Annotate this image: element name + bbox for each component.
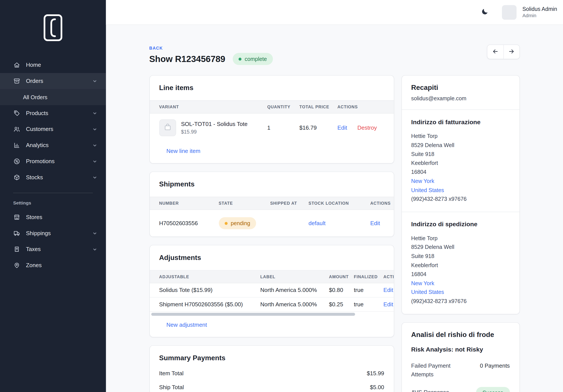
cube-icon — [13, 174, 20, 181]
sidebar-item-analytics[interactable]: Analytics — [0, 137, 106, 153]
line-items-title: Line items — [150, 75, 394, 100]
sidebar-item-zones[interactable]: Zones — [0, 257, 106, 273]
adjustment-row: Solidus Tote ($15.99) North America 5.00… — [150, 283, 394, 297]
adjustments-card: Adjustments ADJUSTABLE LABEL AMOUNT FINA… — [149, 245, 394, 337]
column-header: ACTIONS — [384, 270, 394, 283]
truck-icon — [13, 230, 20, 237]
shipment-number: H70502603556 — [159, 220, 219, 226]
column-header: TOTAL PRICE — [299, 101, 337, 113]
address-line: Hettie Torp — [411, 234, 510, 243]
status-dot — [238, 57, 241, 60]
amount-value: $0.25 — [329, 301, 354, 307]
users-icon — [13, 125, 20, 133]
sidebar-item-label: Stocks — [26, 174, 87, 181]
phone-number: (992)432-8273 x97676 — [411, 195, 510, 204]
avatar[interactable] — [502, 5, 516, 20]
state-dot — [224, 222, 227, 224]
receipt-icon — [13, 245, 20, 253]
sidebar-item-orders[interactable]: Orders — [0, 73, 106, 89]
sidebar-item-label: Shippings — [26, 230, 87, 236]
state-link[interactable]: New York — [411, 279, 510, 288]
sidebar-item-home[interactable]: Home — [0, 57, 106, 73]
edit-adjustment-link[interactable]: Edit — [384, 287, 393, 293]
line-item-row: SOL-TOT01 - Solidus Tote $15.99 1 $16.79… — [150, 113, 394, 142]
sidebar-item-label: All Orders — [23, 94, 48, 100]
address-line: 8529 Delena Well — [411, 141, 510, 150]
sidebar-nav: Home Orders All Orders Products Customer… — [0, 57, 106, 273]
sidebar-item-label: Analytics — [26, 142, 87, 148]
contacts-section: Recapiti solidus@example.com — [402, 75, 519, 110]
user-role: Admin — [522, 12, 557, 19]
chevron-down-icon — [92, 231, 97, 236]
column-header: ACTIONS — [337, 101, 394, 113]
destroy-line-item-link[interactable]: Destroy — [357, 124, 377, 131]
chevron-down-icon — [92, 247, 97, 252]
page-title: Show R123456789 — [149, 54, 225, 64]
fraud-row: AVS Response Success — [411, 387, 510, 392]
address-line: 16804 — [411, 168, 510, 177]
address-line: Suite 918 — [411, 252, 510, 261]
chevron-down-icon — [92, 143, 97, 148]
home-icon — [13, 61, 20, 69]
map-pin-icon — [13, 262, 20, 269]
previous-order-button[interactable] — [487, 45, 503, 59]
fraud-title: Analisi del rishio di frode — [411, 331, 510, 339]
dark-mode-toggle[interactable] — [479, 5, 491, 19]
edit-adjustment-link[interactable]: Edit — [384, 301, 393, 307]
state-link[interactable]: New York — [411, 177, 510, 185]
stock-location-link[interactable]: default — [308, 220, 325, 226]
edit-shipment-link[interactable]: Edit — [370, 220, 380, 226]
finalized-value: true — [354, 287, 384, 294]
scrollbar-thumb[interactable] — [151, 313, 355, 316]
adjustments-table-header: ADJUSTABLE LABEL AMOUNT FINALIZED ACTION… — [150, 270, 394, 283]
sidebar-item-products[interactable]: Products — [0, 105, 106, 121]
adjustable-value: Shipment H70502603556 ($5.00) — [159, 301, 260, 307]
back-link[interactable]: BACK — [149, 46, 163, 50]
sidebar-item-taxes[interactable]: Taxes — [0, 241, 106, 257]
chevron-down-icon — [92, 159, 97, 164]
sidebar-item-shippings[interactable]: Shippings — [0, 225, 106, 241]
summary-label: Ship Total — [159, 384, 184, 391]
column-header: STATE — [218, 197, 270, 209]
sidebar-item-label: Taxes — [26, 246, 87, 253]
sidebar-item-label: Promotions — [26, 158, 87, 165]
moon-icon — [481, 8, 489, 17]
main-column: Line items VARIANT QUANTITY TOTAL PRICE … — [149, 75, 394, 392]
sidebar-item-all-orders[interactable]: All Orders — [0, 89, 106, 105]
chevron-down-icon — [92, 127, 97, 132]
sidebar-item-label: Stores — [26, 214, 97, 220]
amount-value: $0.80 — [329, 287, 354, 294]
address-line: Suite 918 — [411, 150, 510, 159]
label-value: North America 5.000% — [260, 287, 329, 294]
arrow-right-icon — [508, 48, 515, 56]
edit-line-item-link[interactable]: Edit — [337, 124, 347, 131]
quantity-value: 1 — [267, 124, 299, 131]
next-order-button[interactable] — [503, 45, 519, 59]
column-header: ADJUSTABLE — [159, 270, 260, 283]
bar-chart-icon — [13, 142, 20, 149]
user-name: Solidus Admin — [522, 5, 557, 12]
adjustment-row: Shipment H70502603556 ($5.00) North Amer… — [150, 298, 394, 312]
new-line-item-link[interactable]: New line item — [150, 142, 210, 163]
column-header: FINALIZED — [354, 270, 384, 283]
horizontal-scrollbar[interactable] — [151, 313, 392, 316]
variant-price: $15.99 — [181, 129, 247, 135]
column-header: SHIPPED AT — [270, 197, 308, 209]
store-icon — [13, 214, 20, 221]
tote-bag-icon — [163, 122, 172, 133]
address-line: 8529 Delena Well — [411, 243, 510, 252]
country-link[interactable]: United States — [411, 185, 510, 195]
sidebar-item-promotions[interactable]: Promotions — [0, 153, 106, 170]
fraud-analysis-card: Analisi del rishio di frode Risk Analysi… — [401, 322, 520, 392]
sidebar-item-customers[interactable]: Customers — [0, 121, 106, 137]
sidebar-item-label: Orders — [26, 78, 87, 84]
country-link[interactable]: United States — [411, 288, 510, 297]
summary-payments-card: Summary Payments Item Total $15.99 Ship … — [149, 345, 394, 392]
topbar: Solidus Admin Admin — [106, 0, 563, 25]
new-adjustment-link[interactable]: New adjustment — [150, 316, 217, 337]
user-info: Solidus Admin Admin — [522, 5, 557, 19]
sidebar-item-stores[interactable]: Stores — [0, 209, 106, 225]
column-header: QUANTITY — [267, 101, 299, 113]
sidebar-item-stocks[interactable]: Stocks — [0, 170, 106, 185]
risk-analysis-result: Risk Analysis: not Risky — [411, 346, 510, 353]
